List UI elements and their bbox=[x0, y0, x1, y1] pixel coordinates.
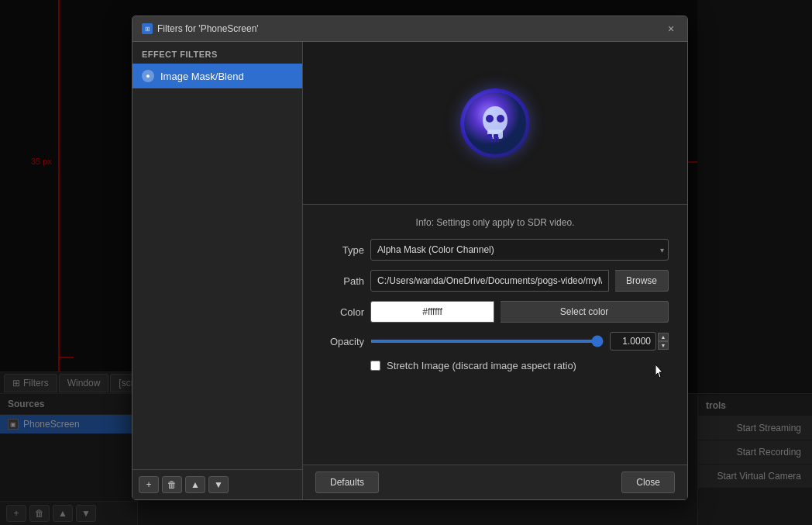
dialog-close-button[interactable]: × bbox=[664, 22, 678, 36]
dialog-title-icon: ⊞ bbox=[142, 23, 153, 34]
stretch-label: Stretch Image (discard image aspect rati… bbox=[387, 360, 576, 371]
dialog-title: ⊞ Filters for 'PhoneScreen' bbox=[142, 23, 259, 34]
opacity-spinbox: ▲ ▼ bbox=[658, 333, 669, 350]
opacity-decrement-button[interactable]: ▼ bbox=[658, 341, 669, 350]
svg-rect-3 bbox=[487, 134, 492, 139]
filter-down-button[interactable]: ▼ bbox=[208, 476, 229, 493]
opacity-value-wrapper: ▲ ▼ bbox=[610, 332, 669, 351]
browse-button[interactable]: Browse bbox=[615, 270, 669, 292]
filter-settings: Info: Settings only apply to SDR video. … bbox=[303, 205, 687, 465]
opacity-slider[interactable] bbox=[370, 340, 604, 343]
type-row: Type Alpha Mask (Color Channel) ▾ bbox=[322, 239, 669, 261]
dialog-overlay: ⊞ Filters for 'PhoneScreen' × Effect Fil… bbox=[0, 0, 812, 525]
color-input[interactable] bbox=[370, 301, 494, 323]
stretch-row: Stretch Image (discard image aspect rati… bbox=[370, 360, 669, 371]
dialog-content: Info: Settings only apply to SDR video. … bbox=[303, 42, 687, 499]
opacity-value-input[interactable] bbox=[610, 332, 656, 351]
type-select[interactable]: Alpha Mask (Color Channel) bbox=[370, 239, 669, 261]
select-color-button[interactable]: Select color bbox=[501, 301, 669, 323]
eye-icon: ● bbox=[142, 70, 154, 82]
color-label: Color bbox=[322, 306, 364, 318]
filter-preview bbox=[303, 42, 687, 205]
svg-point-5 bbox=[486, 115, 494, 123]
opacity-increment-button[interactable]: ▲ bbox=[658, 333, 669, 341]
defaults-button[interactable]: Defaults bbox=[315, 471, 379, 493]
add-filter-button[interactable]: + bbox=[139, 476, 159, 493]
stretch-checkbox[interactable] bbox=[370, 361, 380, 371]
dialog-body: Effect Filters ● Image Mask/Blend + 🗑 ▲ … bbox=[132, 42, 687, 499]
type-select-wrapper: Alpha Mask (Color Channel) ▾ bbox=[370, 239, 669, 261]
info-text: Info: Settings only apply to SDR video. bbox=[322, 217, 669, 228]
path-label: Path bbox=[322, 275, 364, 287]
remove-filter-button[interactable]: 🗑 bbox=[162, 476, 182, 493]
skull-svg bbox=[464, 92, 526, 154]
type-label: Type bbox=[322, 244, 364, 256]
preview-avatar bbox=[460, 88, 530, 158]
sidebar-footer: + 🗑 ▲ ▼ bbox=[132, 469, 302, 499]
close-button[interactable]: Close bbox=[621, 471, 675, 493]
filter-up-button[interactable]: ▲ bbox=[185, 476, 205, 493]
svg-rect-4 bbox=[494, 134, 498, 139]
dialog-footer: Defaults Close bbox=[303, 465, 687, 499]
path-input[interactable] bbox=[370, 270, 609, 292]
color-row: Color Select color bbox=[322, 301, 669, 323]
opacity-row: Opacity ▲ ▼ bbox=[322, 332, 669, 351]
dialog-sidebar: Effect Filters ● Image Mask/Blend + 🗑 ▲ … bbox=[132, 42, 303, 499]
opacity-slider-wrapper bbox=[370, 340, 604, 343]
effect-filters-header: Effect Filters bbox=[132, 42, 302, 64]
path-row: Path Browse bbox=[322, 270, 669, 292]
svg-point-6 bbox=[497, 115, 504, 123]
opacity-label: Opacity bbox=[322, 336, 364, 347]
dialog-titlebar: ⊞ Filters for 'PhoneScreen' × bbox=[132, 16, 687, 42]
filter-item-image-mask[interactable]: ● Image Mask/Blend bbox=[132, 64, 302, 88]
filters-dialog: ⊞ Filters for 'PhoneScreen' × Effect Fil… bbox=[132, 16, 688, 500]
